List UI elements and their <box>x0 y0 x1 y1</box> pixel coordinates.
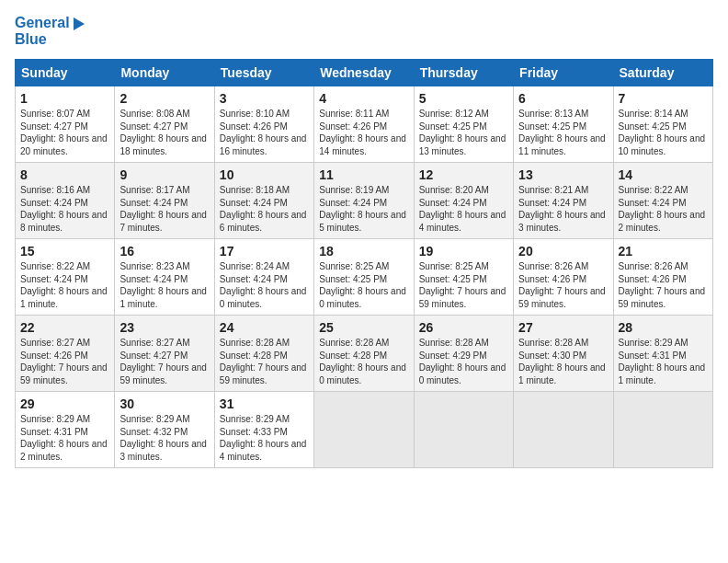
day-number: 16 <box>119 244 209 259</box>
day-number: 4 <box>319 91 408 106</box>
day-info: Sunrise: 8:22 AMSunset: 4:24 PMDaylight:… <box>619 184 708 234</box>
day-info: Sunrise: 8:13 AMSunset: 4:25 PMDaylight:… <box>518 108 608 157</box>
day-number: 13 <box>518 167 608 182</box>
day-number: 26 <box>419 320 508 335</box>
calendar-cell: 16Sunrise: 8:23 AMSunset: 4:24 PMDayligh… <box>115 239 214 316</box>
day-info: Sunrise: 8:26 AMSunset: 4:26 PMDaylight:… <box>619 260 708 310</box>
calendar-cell: 5Sunrise: 8:12 AMSunset: 4:25 PMDaylight… <box>414 86 513 163</box>
day-info: Sunrise: 8:23 AMSunset: 4:24 PMDaylight:… <box>119 260 209 310</box>
calendar-week-5: 29Sunrise: 8:29 AMSunset: 4:31 PMDayligh… <box>16 392 713 468</box>
calendar-cell <box>314 392 414 468</box>
calendar-cell <box>613 392 712 468</box>
day-info: Sunrise: 8:18 AMSunset: 4:24 PMDaylight:… <box>220 184 309 234</box>
day-number: 14 <box>619 167 708 182</box>
day-number: 17 <box>220 244 309 259</box>
day-number: 31 <box>220 396 309 411</box>
day-number: 30 <box>119 396 209 411</box>
day-info: Sunrise: 8:22 AMSunset: 4:24 PMDaylight:… <box>20 260 109 310</box>
calendar-cell: 12Sunrise: 8:20 AMSunset: 4:24 PMDayligh… <box>414 163 513 239</box>
calendar-cell: 18Sunrise: 8:25 AMSunset: 4:25 PMDayligh… <box>314 239 414 316</box>
day-header-monday: Monday <box>115 60 214 86</box>
day-header-friday: Friday <box>514 60 613 86</box>
day-header-thursday: Thursday <box>414 60 513 86</box>
day-number: 10 <box>220 167 309 182</box>
calendar-cell: 28Sunrise: 8:29 AMSunset: 4:31 PMDayligh… <box>613 316 712 392</box>
calendar-cell: 14Sunrise: 8:22 AMSunset: 4:24 PMDayligh… <box>613 163 712 239</box>
day-info: Sunrise: 8:19 AMSunset: 4:24 PMDaylight:… <box>319 184 408 234</box>
day-info: Sunrise: 8:16 AMSunset: 4:24 PMDaylight:… <box>20 184 109 234</box>
day-info: Sunrise: 8:08 AMSunset: 4:27 PMDaylight:… <box>119 108 209 157</box>
day-number: 1 <box>20 91 109 106</box>
calendar-cell <box>514 392 613 468</box>
day-info: Sunrise: 8:27 AMSunset: 4:27 PMDaylight:… <box>119 337 209 386</box>
calendar-table: SundayMondayTuesdayWednesdayThursdayFrid… <box>15 59 713 468</box>
day-info: Sunrise: 8:20 AMSunset: 4:24 PMDaylight:… <box>419 184 508 234</box>
day-header-wednesday: Wednesday <box>314 60 414 86</box>
calendar-cell <box>414 392 513 468</box>
day-header-saturday: Saturday <box>613 60 712 86</box>
calendar-cell: 6Sunrise: 8:13 AMSunset: 4:25 PMDaylight… <box>514 86 613 163</box>
calendar-cell: 24Sunrise: 8:28 AMSunset: 4:28 PMDayligh… <box>214 316 313 392</box>
calendar-cell: 2Sunrise: 8:08 AMSunset: 4:27 PMDaylight… <box>115 86 214 163</box>
day-info: Sunrise: 8:11 AMSunset: 4:26 PMDaylight:… <box>319 108 408 157</box>
day-header-tuesday: Tuesday <box>214 60 313 86</box>
calendar-cell: 10Sunrise: 8:18 AMSunset: 4:24 PMDayligh… <box>214 163 313 239</box>
day-info: Sunrise: 8:10 AMSunset: 4:26 PMDaylight:… <box>220 108 309 157</box>
page-header: General Blue <box>15 15 713 48</box>
calendar-cell: 21Sunrise: 8:26 AMSunset: 4:26 PMDayligh… <box>613 239 712 316</box>
day-number: 9 <box>119 167 209 182</box>
day-info: Sunrise: 8:24 AMSunset: 4:24 PMDaylight:… <box>220 260 309 310</box>
day-number: 3 <box>220 91 309 106</box>
calendar-cell: 13Sunrise: 8:21 AMSunset: 4:24 PMDayligh… <box>514 163 613 239</box>
day-info: Sunrise: 8:17 AMSunset: 4:24 PMDaylight:… <box>119 184 209 234</box>
calendar-cell: 20Sunrise: 8:26 AMSunset: 4:26 PMDayligh… <box>514 239 613 316</box>
calendar-cell: 3Sunrise: 8:10 AMSunset: 4:26 PMDaylight… <box>214 86 313 163</box>
calendar-cell: 23Sunrise: 8:27 AMSunset: 4:27 PMDayligh… <box>115 316 214 392</box>
calendar-cell: 9Sunrise: 8:17 AMSunset: 4:24 PMDaylight… <box>115 163 214 239</box>
day-info: Sunrise: 8:21 AMSunset: 4:24 PMDaylight:… <box>518 184 608 234</box>
day-number: 2 <box>119 91 209 106</box>
calendar-cell: 27Sunrise: 8:28 AMSunset: 4:30 PMDayligh… <box>514 316 613 392</box>
calendar-cell: 25Sunrise: 8:28 AMSunset: 4:28 PMDayligh… <box>314 316 414 392</box>
day-number: 23 <box>119 320 209 335</box>
day-number: 24 <box>220 320 309 335</box>
day-info: Sunrise: 8:29 AMSunset: 4:31 PMDaylight:… <box>20 413 109 463</box>
calendar-cell: 26Sunrise: 8:28 AMSunset: 4:29 PMDayligh… <box>414 316 513 392</box>
calendar-cell: 31Sunrise: 8:29 AMSunset: 4:33 PMDayligh… <box>214 392 313 468</box>
day-number: 27 <box>518 320 608 335</box>
calendar-cell: 8Sunrise: 8:16 AMSunset: 4:24 PMDaylight… <box>16 163 115 239</box>
day-number: 20 <box>518 244 608 259</box>
calendar-week-3: 15Sunrise: 8:22 AMSunset: 4:24 PMDayligh… <box>16 239 713 316</box>
calendar-cell: 4Sunrise: 8:11 AMSunset: 4:26 PMDaylight… <box>314 86 414 163</box>
calendar-cell: 29Sunrise: 8:29 AMSunset: 4:31 PMDayligh… <box>16 392 115 468</box>
day-number: 22 <box>20 320 109 335</box>
day-info: Sunrise: 8:29 AMSunset: 4:31 PMDaylight:… <box>619 337 708 386</box>
day-number: 19 <box>419 244 508 259</box>
day-info: Sunrise: 8:28 AMSunset: 4:28 PMDaylight:… <box>319 337 408 386</box>
calendar-cell: 22Sunrise: 8:27 AMSunset: 4:26 PMDayligh… <box>16 316 115 392</box>
day-header-sunday: Sunday <box>16 60 115 86</box>
day-number: 12 <box>419 167 508 182</box>
day-number: 8 <box>20 167 109 182</box>
day-number: 28 <box>619 320 708 335</box>
day-number: 15 <box>20 244 109 259</box>
calendar-cell: 7Sunrise: 8:14 AMSunset: 4:25 PMDaylight… <box>613 86 712 163</box>
day-info: Sunrise: 8:28 AMSunset: 4:30 PMDaylight:… <box>518 337 608 386</box>
day-number: 6 <box>518 91 608 106</box>
calendar-week-1: 1Sunrise: 8:07 AMSunset: 4:27 PMDaylight… <box>16 86 713 163</box>
calendar-cell: 11Sunrise: 8:19 AMSunset: 4:24 PMDayligh… <box>314 163 414 239</box>
day-info: Sunrise: 8:14 AMSunset: 4:25 PMDaylight:… <box>619 108 708 157</box>
day-number: 18 <box>319 244 408 259</box>
day-number: 21 <box>619 244 708 259</box>
logo: General Blue <box>15 15 85 48</box>
day-number: 29 <box>20 396 109 411</box>
day-info: Sunrise: 8:28 AMSunset: 4:29 PMDaylight:… <box>419 337 508 386</box>
day-info: Sunrise: 8:28 AMSunset: 4:28 PMDaylight:… <box>220 337 309 386</box>
calendar-week-4: 22Sunrise: 8:27 AMSunset: 4:26 PMDayligh… <box>16 316 713 392</box>
day-info: Sunrise: 8:12 AMSunset: 4:25 PMDaylight:… <box>419 108 508 157</box>
day-info: Sunrise: 8:29 AMSunset: 4:32 PMDaylight:… <box>119 413 209 463</box>
day-info: Sunrise: 8:26 AMSunset: 4:26 PMDaylight:… <box>518 260 608 310</box>
day-info: Sunrise: 8:25 AMSunset: 4:25 PMDaylight:… <box>319 260 408 310</box>
day-number: 5 <box>419 91 508 106</box>
day-number: 25 <box>319 320 408 335</box>
